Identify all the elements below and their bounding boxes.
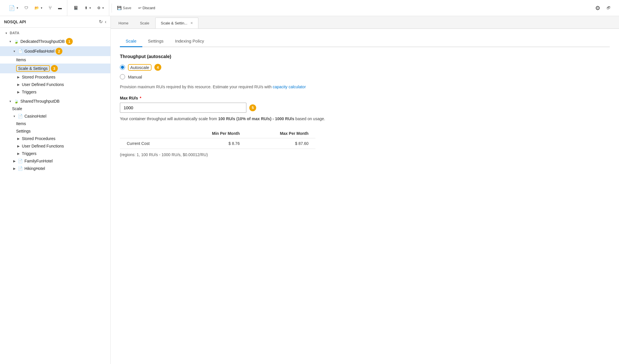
shield-icon-button[interactable]: 🛡	[22, 4, 31, 12]
tab-scale-settings[interactable]: Scale & Settin... ✕	[155, 18, 198, 28]
description-text: Provision maximum RU/s required by this …	[120, 84, 610, 90]
gear-chevron-icon: ▾	[102, 6, 104, 9]
gear-icon: ⚙	[97, 6, 101, 10]
info-text: Your container throughput will automatic…	[120, 116, 610, 122]
hikinghotel-icon: 📄	[18, 166, 23, 171]
terminal-button[interactable]: ▬	[55, 4, 65, 12]
github-icon-button[interactable]: ⑂	[46, 3, 55, 13]
manual-radio[interactable]	[120, 74, 125, 79]
familyfunhotel-label: FamilyFunHotel	[24, 159, 53, 163]
collapse-sidebar-button[interactable]: ‹	[105, 19, 106, 24]
undo-icon: ↩	[138, 6, 141, 10]
new-button[interactable]: 📄 ▾	[6, 3, 21, 13]
inner-tab-indexing-policy[interactable]: Indexing Policy	[169, 36, 210, 47]
close-window-button[interactable]: 🗗	[604, 4, 613, 12]
db-dedicated-chevron-icon: ▾	[8, 40, 13, 43]
inner-tab-scale[interactable]: Scale	[120, 36, 142, 47]
new-document-icon: 📄	[9, 5, 15, 11]
tab-scale-settings-label: Scale & Settin...	[161, 21, 187, 25]
container-casinohotel-row[interactable]: ▾ 📄 CasinoHotel	[0, 112, 110, 120]
sidebar: NOSQL API ↻ ‹ ▾ DATA ▾ 🍃 DedicatedThroug…	[0, 16, 111, 364]
udf-chevron-icon: ▶	[16, 83, 21, 87]
casino-triggers-label: Triggers	[22, 151, 37, 156]
content-scroll: Scale Settings Indexing Policy Throughpu…	[111, 29, 619, 364]
sidebar-item-scale-settings[interactable]: Scale & Settings 3	[0, 64, 110, 73]
tab-scale-settings-close-icon[interactable]: ✕	[190, 21, 193, 25]
col-header-empty	[120, 129, 179, 138]
settings-button[interactable]: ⚙	[592, 3, 603, 13]
tab-scale[interactable]: Scale	[135, 18, 155, 28]
sidebar-item-casino-stored-procedures[interactable]: ▶ Stored Procedures	[0, 135, 110, 142]
max-rus-label: Max RU/s *	[120, 96, 610, 100]
db-shared-label: SharedThroughputDB	[20, 99, 60, 104]
badge-5: 5	[249, 104, 256, 111]
casinohotel-label: CasinoHotel	[24, 114, 46, 118]
sidebar-item-triggers[interactable]: ▶ Triggers	[0, 88, 110, 96]
db-dedicated-row[interactable]: ▾ 🍃 DedicatedThroughputDB 1	[0, 37, 110, 46]
gear-button[interactable]: ⚙ ▾	[94, 4, 107, 12]
container-hikinghotel-row[interactable]: ▶ 📄 HikingHotel	[0, 165, 110, 172]
container-goodfellashotel-label: GoodFellasHotel	[24, 49, 54, 53]
sidebar-item-items[interactable]: Items	[0, 56, 110, 64]
cost-max: $ 87.60	[247, 138, 315, 149]
table-row-current-cost: Current Cost $ 8.76 $ 87.60	[120, 138, 315, 149]
familyfunhotel-chevron-icon: ▶	[12, 159, 17, 163]
discard-button[interactable]: ↩ Discard	[135, 4, 158, 12]
col-header-min: Min Per Month	[179, 129, 247, 138]
badge-1: 1	[66, 38, 73, 45]
inner-tab-settings[interactable]: Settings	[142, 36, 169, 47]
save-button[interactable]: 💾 Save	[114, 4, 134, 12]
tab-home[interactable]: Home	[113, 18, 134, 28]
container-familyfunhotel-row[interactable]: ▶ 📄 FamilyFunHotel	[0, 157, 110, 165]
sidebar-item-shared-scale[interactable]: Scale	[0, 105, 110, 112]
db-shared-chevron-icon: ▾	[8, 99, 13, 103]
casino-udf-label: User Defined Functions	[22, 144, 64, 148]
col-header-max: Max Per Month	[247, 129, 315, 138]
refresh-button[interactable]: ↻	[99, 19, 103, 24]
inner-tab-indexing-label: Indexing Policy	[175, 39, 204, 43]
badge-4: 4	[154, 64, 161, 71]
udf-label: User Defined Functions	[22, 82, 64, 87]
casinohotel-chevron-icon: ▾	[12, 114, 17, 118]
max-rus-input[interactable]	[120, 103, 246, 113]
familyfunhotel-icon: 📄	[18, 159, 23, 163]
items-label: Items	[16, 58, 26, 62]
max-rus-input-row: 5	[120, 103, 610, 113]
stored-procedures-label: Stored Procedures	[22, 75, 55, 79]
sidebar-item-stored-procedures[interactable]: ▶ Stored Procedures	[0, 73, 110, 81]
toolbar-group-actions: 📓 ⬆ ▾ ⚙ ▾	[68, 0, 109, 16]
manual-row: Manual	[120, 74, 610, 79]
content-area: Home Scale Scale & Settin... ✕ Scale Set…	[111, 16, 619, 364]
inner-tabs: Scale Settings Indexing Policy	[120, 36, 610, 47]
hikinghotel-chevron-icon: ▶	[12, 167, 17, 170]
notebook-button[interactable]: 📓	[71, 4, 81, 12]
cost-label: Current Cost	[120, 138, 179, 149]
triggers-label: Triggers	[22, 90, 37, 94]
shared-scale-label: Scale	[12, 106, 22, 111]
sidebar-item-casino-udf[interactable]: ▶ User Defined Functions	[0, 142, 110, 150]
sidebar-item-casino-items[interactable]: Items	[0, 120, 110, 127]
sidebar-item-casino-settings[interactable]: Settings	[0, 127, 110, 135]
inner-tab-settings-label: Settings	[148, 39, 164, 43]
sidebar-item-udf[interactable]: ▶ User Defined Functions	[0, 81, 110, 88]
sidebar-item-casino-triggers[interactable]: ▶ Triggers	[0, 150, 110, 157]
github-icon: ⑂	[49, 5, 52, 11]
scale-settings-label: Scale & Settings	[16, 65, 50, 72]
tab-scale-label: Scale	[140, 21, 150, 25]
settings-gear-icon: ⚙	[595, 5, 600, 12]
radio-group-throughput: Autoscale 4 Manual	[120, 64, 610, 79]
db-shared-row[interactable]: ▾ 🍃 SharedThroughputDB	[0, 97, 110, 105]
autoscale-radio[interactable]	[120, 65, 125, 70]
sidebar-title: NOSQL API	[4, 20, 26, 24]
db-shared-icon: 🍃	[14, 99, 19, 104]
upload-button[interactable]: ⬆ ▾	[82, 4, 94, 12]
capacity-calculator-link[interactable]: capacity calculator	[273, 85, 306, 89]
container-goodfellashotel-row[interactable]: ▾ 📄 GoodFellasHotel 2	[0, 46, 110, 56]
tabs-bar: Home Scale Scale & Settin... ✕	[111, 16, 619, 29]
close-icon: 🗗	[607, 6, 610, 10]
sidebar-tree: ▾ DATA ▾ 🍃 DedicatedThroughputDB 1 ▾ 📄 G…	[0, 28, 110, 364]
open-button[interactable]: 📂 ▾	[32, 4, 45, 12]
inner-tab-scale-label: Scale	[126, 39, 137, 43]
upload-icon: ⬆	[85, 6, 88, 10]
sidebar-header-actions: ↻ ‹	[99, 19, 106, 24]
